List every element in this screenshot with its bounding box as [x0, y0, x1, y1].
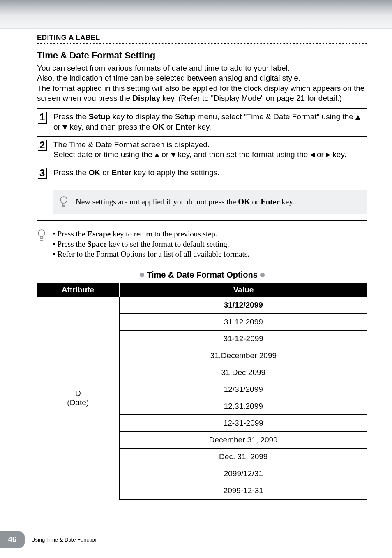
header-gradient	[0, 0, 392, 29]
note-item: Press the Escape key to return to the pr…	[53, 229, 249, 239]
triangle-down-icon	[62, 125, 67, 130]
value-cell: 2099/12/31	[119, 465, 367, 482]
tip-text: New settings are not applied if you do n…	[76, 197, 294, 206]
intro-line-1: You can select from various formats of d…	[37, 64, 290, 72]
value-cell: 31.Dec.2099	[119, 364, 367, 381]
enter-key: Enter	[112, 168, 132, 177]
value-cell: 12-31-2099	[119, 414, 367, 431]
enter-key: Enter	[261, 197, 279, 206]
tip-box: New settings are not applied if you do n…	[53, 190, 367, 214]
intro-paragraph: You can select from various formats of d…	[37, 63, 367, 103]
lightbulb-icon	[59, 196, 70, 208]
value-cell: December 31, 2099	[119, 431, 367, 448]
triangle-up-icon	[154, 153, 159, 157]
triangle-down-icon	[171, 153, 176, 157]
value-cell: 12/31/2099	[119, 381, 367, 398]
ok-key: OK	[89, 168, 101, 177]
ok-key: OK	[238, 197, 250, 206]
value-cell: 31/12/2099	[119, 297, 367, 314]
svg-point-0	[60, 197, 67, 203]
escape-key: Escape	[87, 229, 111, 238]
section-heading: EDITING A LABEL	[37, 34, 367, 42]
note-item: Press the Space key to set the format to…	[53, 239, 249, 250]
page-footer: 46 Using Time & Date Function	[0, 531, 98, 548]
col-header-value: Value	[119, 283, 367, 297]
notes-list: Press the Escape key to return to the pr…	[53, 229, 249, 259]
value-cell: 31.December 2099	[119, 347, 367, 364]
dotted-rule	[37, 43, 367, 44]
step-2-text: The Time & Date Format screen is display…	[53, 140, 346, 160]
ok-key: OK	[152, 123, 164, 131]
value-cell: 12.31.2099	[119, 398, 367, 414]
value-cell: 31-12-2099	[119, 330, 367, 347]
attribute-cell: D(Date)	[37, 297, 119, 499]
enter-key: Enter	[175, 123, 196, 131]
table-caption: Time & Date Format Options	[135, 270, 270, 280]
page-number: 46	[0, 531, 25, 548]
value-cell: Dec. 31, 2099	[119, 448, 367, 465]
value-cell: 2099-12-31	[119, 482, 367, 499]
triangle-left-icon	[310, 153, 315, 157]
triangle-right-icon	[326, 153, 330, 157]
setup-key: Setup	[89, 112, 111, 121]
step-1: 1 Press the Setup key to display the Set…	[37, 109, 367, 137]
step-list: 1 Press the Setup key to display the Set…	[37, 108, 367, 221]
intro-line-2: Also, the indication of time can be sele…	[37, 74, 300, 82]
step-1-text: Press the Setup key to display the Setup…	[53, 112, 367, 132]
note-item: Refer to the Format Options for a list o…	[53, 249, 249, 259]
notes-block: Press the Escape key to return to the pr…	[37, 229, 367, 259]
space-key: Space	[87, 240, 107, 248]
step-number-3: 3	[38, 168, 47, 179]
lightbulb-icon	[37, 229, 48, 259]
step-3-text: Press the OK or Enter key to apply the s…	[53, 168, 219, 179]
display-key: Display	[132, 94, 160, 102]
format-options-table: Attribute Value D(Date) 31/12/2099 31.12…	[37, 283, 367, 500]
intro-line-3b: key. (Refer to "Display Mode" on page 21…	[160, 94, 342, 102]
step-number-1: 1	[38, 112, 47, 123]
triangle-up-icon	[355, 115, 360, 120]
svg-point-1	[38, 230, 45, 236]
page-title: Time & Date Format Setting	[37, 50, 367, 61]
col-header-attribute: Attribute	[37, 283, 119, 297]
step-2: 2 The Time & Date Format screen is displ…	[37, 137, 367, 164]
footer-text: Using Time & Date Function	[31, 537, 98, 543]
divider	[37, 220, 367, 221]
value-cell: 31.12.2099	[119, 313, 367, 330]
step-number-2: 2	[38, 140, 47, 151]
step-3: 3 Press the OK or Enter key to apply the…	[37, 164, 367, 183]
